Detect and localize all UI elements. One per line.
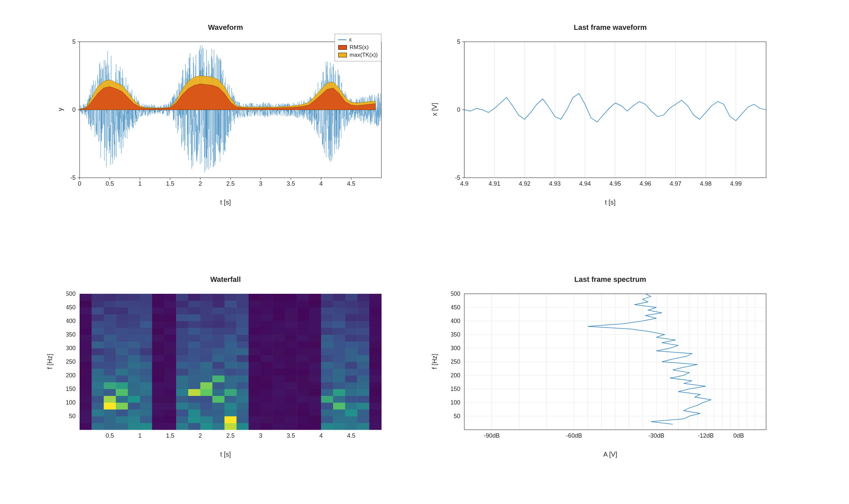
svg-rect-490 xyxy=(212,307,224,314)
svg-rect-194 xyxy=(261,389,273,396)
svg-rect-516 xyxy=(224,301,237,308)
svg-rect-506 xyxy=(104,301,116,308)
svg-rect-410 xyxy=(152,328,164,335)
svg-rect-353 xyxy=(369,348,382,355)
svg-rect-278 xyxy=(369,369,382,376)
svg-rect-407 xyxy=(116,328,128,335)
svg-rect-306 xyxy=(104,355,116,362)
svg-rect-400 xyxy=(333,335,345,342)
svg-rect-319 xyxy=(261,355,273,362)
svg-rect-325 xyxy=(333,355,345,362)
svg-rect-355 xyxy=(92,342,104,348)
svg-rect-468 xyxy=(249,314,261,321)
svg-rect-122 xyxy=(297,410,309,416)
svg-rect-533 xyxy=(128,294,140,301)
svg-rect-392 xyxy=(236,335,249,342)
svg-rect-159 xyxy=(140,396,152,403)
svg-rect-66 xyxy=(224,423,237,430)
svg-rect-287 xyxy=(176,362,188,369)
svg-rect-240 xyxy=(212,375,224,382)
svg-rect-255 xyxy=(92,369,104,376)
svg-rect-349 xyxy=(321,348,333,355)
svg-rect-265 xyxy=(212,369,224,376)
svg-rect-517 xyxy=(236,301,249,308)
svg-rect-333 xyxy=(128,348,140,355)
svg-rect-447 xyxy=(297,321,309,328)
svg-rect-553 xyxy=(369,294,382,301)
svg-text:300: 300 xyxy=(451,345,460,352)
svg-rect-189 xyxy=(200,389,213,396)
svg-rect-54 xyxy=(79,423,92,430)
svg-rect-254 xyxy=(79,369,92,376)
svg-rect-237 xyxy=(176,375,188,382)
svg-text:4.92: 4.92 xyxy=(519,180,530,187)
svg-rect-87 xyxy=(176,416,188,423)
svg-rect-85 xyxy=(152,416,164,423)
svg-rect-277 xyxy=(357,369,369,376)
svg-rect-297 xyxy=(297,362,309,369)
svg-rect-367 xyxy=(236,342,249,348)
svg-rect-157 xyxy=(116,396,128,403)
svg-rect-397 xyxy=(297,335,309,342)
svg-rect-216 xyxy=(224,382,237,389)
svg-rect-402 xyxy=(357,335,369,342)
svg-rect-518 xyxy=(249,301,261,308)
svg-rect-168 xyxy=(249,396,261,403)
svg-rect-364 xyxy=(200,342,213,348)
svg-rect-459 xyxy=(140,314,152,321)
svg-rect-337 xyxy=(176,348,188,355)
svg-rect-320 xyxy=(273,355,285,362)
svg-rect-211 xyxy=(164,382,177,389)
svg-rect-171 xyxy=(285,396,297,403)
svg-text:3.5: 3.5 xyxy=(287,432,295,439)
svg-rect-427 xyxy=(357,328,369,335)
svg-rect-418 xyxy=(249,328,261,335)
svg-rect-385 xyxy=(152,335,164,342)
svg-text:-90dB: -90dB xyxy=(484,432,500,439)
svg-rect-452 xyxy=(357,321,369,328)
svg-rect-223 xyxy=(309,382,321,389)
svg-rect-387 xyxy=(176,335,188,342)
svg-rect-187 xyxy=(176,389,188,396)
svg-rect-376 xyxy=(345,342,358,348)
svg-rect-88 xyxy=(188,416,201,423)
svg-rect-101 xyxy=(345,416,358,423)
svg-rect-125 xyxy=(333,410,345,416)
svg-rect-440 xyxy=(212,321,224,328)
svg-rect-119 xyxy=(261,410,273,416)
svg-rect-245 xyxy=(273,375,285,382)
svg-rect-388 xyxy=(188,335,201,342)
svg-text:100: 100 xyxy=(66,399,76,406)
svg-rect-228 xyxy=(369,382,382,389)
svg-rect-72 xyxy=(297,423,309,430)
svg-rect-308 xyxy=(128,355,140,362)
svg-rect-140 xyxy=(212,402,224,410)
svg-text:4: 4 xyxy=(319,432,323,439)
svg-text:350: 350 xyxy=(451,331,460,338)
svg-rect-153 xyxy=(369,402,382,410)
waveform-legend: x RMS(x) max(TK(x)) xyxy=(335,34,381,61)
svg-rect-60 xyxy=(152,423,164,430)
svg-rect-403 xyxy=(369,335,382,342)
svg-rect-546 xyxy=(285,294,297,301)
waterfall-xlabel: t [s] xyxy=(220,451,231,458)
svg-rect-372 xyxy=(297,342,309,348)
svg-text:200: 200 xyxy=(66,372,76,379)
svg-text:1.5: 1.5 xyxy=(166,432,174,439)
svg-rect-465 xyxy=(212,314,224,321)
svg-rect-185 xyxy=(152,389,164,396)
svg-rect-229 xyxy=(79,375,92,382)
svg-rect-293 xyxy=(249,362,261,369)
svg-text:1: 1 xyxy=(138,432,142,439)
svg-rect-202 xyxy=(357,389,369,396)
svg-rect-329 xyxy=(79,348,92,355)
svg-rect-484 xyxy=(140,307,152,314)
svg-rect-203 xyxy=(369,389,382,396)
svg-rect-462 xyxy=(176,314,188,321)
svg-rect-79 xyxy=(79,416,92,423)
svg-rect-106 xyxy=(104,410,116,416)
svg-rect-469 xyxy=(261,314,273,321)
svg-rect-551 xyxy=(345,294,358,301)
svg-text:3: 3 xyxy=(259,180,262,187)
svg-rect-381 xyxy=(104,335,116,342)
